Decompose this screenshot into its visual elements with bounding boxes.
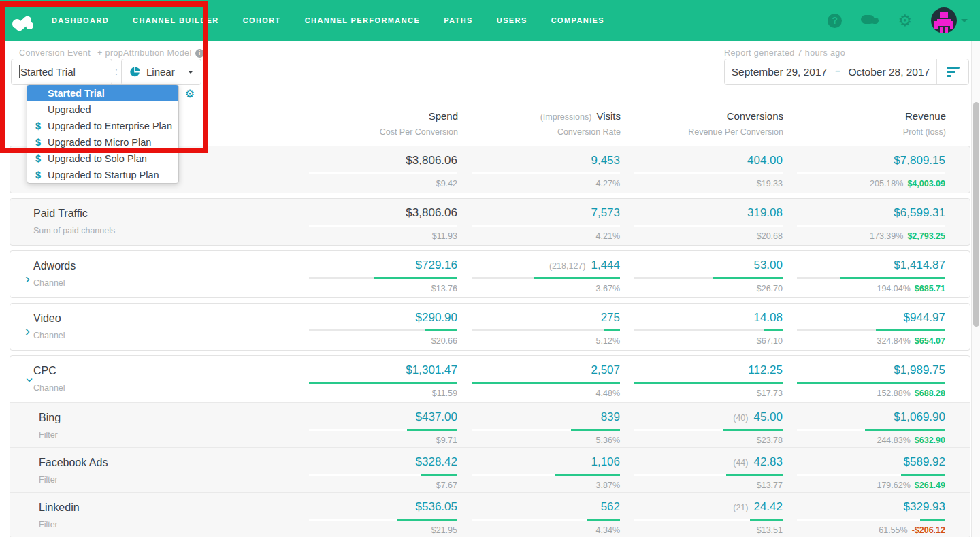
date-separator: – [835, 65, 840, 76]
nav-item-users[interactable]: USERS [497, 16, 527, 25]
dropdown-option[interactable]: $Upgraded to Solo Plan [27, 150, 178, 167]
metric-cell: $3,806.06$9.42 [295, 146, 457, 193]
profit-percent: 152.88% [877, 389, 910, 398]
conversion-event-input[interactable]: Started Trial [11, 59, 112, 85]
main-content: Conversion Event + prop Attribution Mode… [0, 41, 971, 537]
metric-cell: 8395.36% [457, 403, 620, 447]
attribution-model-value: Linear [146, 66, 175, 78]
nav-item-channel-performance[interactable]: CHANNEL PERFORMANCE [305, 16, 420, 25]
metric-prefix: (21) [733, 503, 748, 512]
column-header-main: Spend [295, 110, 458, 122]
dropdown-option[interactable]: Started Trial [27, 85, 178, 101]
table-gear-icon[interactable]: ⚙ [185, 88, 195, 99]
scrollbar-thumb[interactable] [973, 102, 979, 327]
app-logo-icon[interactable] [12, 8, 37, 33]
table-row[interactable]: LinkedinFilter$536.05$21.955624.34%(21)2… [10, 492, 970, 537]
metric-value-line: $944.97 [783, 311, 945, 325]
row-title: Paid Traffic [33, 208, 295, 220]
metric-bar [472, 474, 620, 476]
table-card: ›AdwordsChannel$729.16$13.76(218,127)1,4… [10, 250, 970, 298]
date-end: October 28, 2017 [848, 66, 930, 78]
row-subtitle: Filter [39, 520, 295, 530]
row-title: Facebook Ads [39, 457, 295, 469]
info-icon[interactable]: i [195, 49, 204, 58]
metric-value-line: $3,806.06 [295, 206, 457, 220]
metric-value-line: $437.00 [295, 410, 457, 424]
dropdown-option-label: Upgraded to Enterprise Plan [48, 120, 172, 131]
metric-value: $944.97 [904, 311, 945, 324]
table-row[interactable]: ›CPCChannel$1,301.47$11.592,5074.48%112.… [10, 356, 970, 402]
nav-item-paths[interactable]: PATHS [444, 16, 473, 25]
nav-item-companies[interactable]: COMPANIES [551, 16, 604, 25]
chat-icon[interactable] [861, 14, 879, 27]
account-menu[interactable] [931, 7, 968, 33]
expand-chevron-icon[interactable]: › [25, 273, 36, 284]
column-header[interactable]: SpendCost Per Conversion [295, 102, 458, 146]
dropdown-option[interactable]: Upgraded [27, 101, 178, 118]
metric-value: $6,599.31 [894, 206, 945, 219]
nav-item-channel-builder[interactable]: CHANNEL BUILDER [133, 16, 219, 25]
metric-subvalue: $13.51 [620, 525, 783, 535]
profit-amount: $685.71 [915, 284, 945, 293]
dropdown-option[interactable]: $Upgraded to Enterprise Plan [27, 118, 178, 134]
date-filter-icon[interactable] [936, 59, 968, 84]
metric-cell: 5624.34% [457, 493, 620, 537]
metric-value: 319.08 [747, 206, 783, 219]
column-header[interactable]: (Impressions)VisitsConversion Rate [458, 102, 621, 146]
caret-down-icon [188, 71, 193, 76]
metric-cell: (44)42.83$13.77 [620, 448, 783, 492]
table-row[interactable]: BingFilter$437.00$9.718395.36%(40)45.00$… [10, 402, 970, 447]
metric-bar-fill [634, 382, 783, 384]
table-row[interactable]: ›AdwordsChannel$729.16$13.76(218,127)1,4… [10, 251, 970, 297]
profit-percent: 173.39% [870, 231, 903, 241]
dropdown-option-label: Upgraded [48, 104, 91, 115]
metric-value: 562 [601, 500, 620, 513]
metric-value: $1,069.90 [894, 410, 945, 423]
dollar-icon: $ [35, 134, 41, 150]
metric-bar-fill [901, 474, 945, 476]
profit-percent: 194.04% [877, 284, 910, 293]
profit-amount: $632.90 [915, 436, 945, 445]
metric-cell: $729.16$13.76 [295, 251, 457, 297]
collapse-chevron-icon[interactable]: › [25, 378, 36, 389]
add-prop-button[interactable]: + prop [97, 48, 123, 58]
metric-value-line: $589.92 [783, 455, 945, 469]
metric-value: $1,414.87 [894, 259, 945, 272]
date-range-picker[interactable]: September 29, 2017 – October 28, 2017 [724, 59, 969, 85]
metric-cell: $1,414.87194.04%$685.71 [783, 251, 945, 297]
dropdown-option[interactable]: $Upgraded to Startup Plan [27, 167, 178, 183]
metric-cell: $6,599.31173.39%$2,793.25 [783, 199, 945, 245]
nav-item-cohort[interactable]: COHORT [243, 16, 281, 25]
metric-value-line: 1,106 [457, 455, 620, 469]
metric-cell: $1,989.75152.88%$688.28 [783, 356, 945, 402]
metric-subvalue: 4.34% [457, 525, 620, 535]
metric-bar [472, 382, 620, 384]
metric-subvalue: $11.93 [295, 231, 457, 241]
attribution-model-select[interactable]: Linear [121, 59, 201, 85]
column-header[interactable]: RevenueProfit (loss) [783, 102, 946, 146]
metric-bar-fill [797, 382, 945, 384]
nav-menu: DASHBOARDCHANNEL BUILDERCOHORTCHANNEL PE… [52, 16, 628, 25]
scrollbar-track[interactable] [971, 41, 980, 537]
profit-amount: $261.49 [915, 481, 945, 490]
avatar[interactable] [931, 7, 957, 33]
help-icon[interactable]: ? [828, 14, 842, 28]
metric-cell: $1,301.47$11.59 [295, 356, 457, 402]
metric-value-line: $1,989.75 [783, 363, 945, 377]
metric-bar-fill [534, 277, 620, 279]
table-row[interactable]: Paid TrafficSum of paid channels$3,806.0… [10, 199, 970, 245]
metric-bar-fill [472, 382, 620, 384]
metric-cell: $1,069.90244.83%$632.90 [783, 403, 945, 447]
table-row[interactable]: ›VideoChannel$290.90$20.662755.12%14.08$… [10, 304, 970, 350]
table-row[interactable]: Facebook AdsFilter$328.42$7.671,1063.87%… [10, 447, 970, 492]
settings-gear-icon[interactable]: ⚙ [898, 14, 912, 27]
column-header[interactable]: ConversionsRevenue Per Conversion [621, 102, 783, 146]
metric-value-line: 319.08 [620, 206, 783, 220]
dropdown-option[interactable]: $Upgraded to Micro Plan [27, 134, 178, 150]
metric-subvalue: 4.27% [457, 179, 620, 189]
expand-chevron-icon[interactable]: › [25, 325, 36, 336]
table-body: $3,806.06$9.429,4534.27%404.00$19.33$7,8… [10, 146, 970, 537]
metric-value-line: $3,806.06 [295, 154, 457, 167]
nav-item-dashboard[interactable]: DASHBOARD [52, 16, 109, 25]
metric-subvalue: 5.36% [457, 436, 620, 445]
